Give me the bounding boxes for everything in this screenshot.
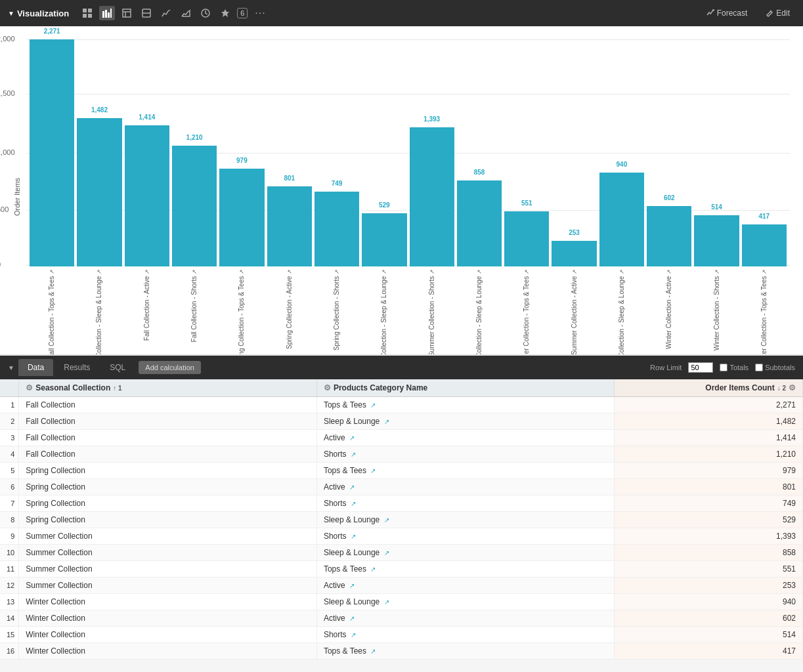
scatter-icon[interactable] (139, 6, 154, 20)
number-badge[interactable]: 6 (237, 8, 248, 18)
bar-group[interactable]: 858 (457, 39, 502, 266)
bar[interactable]: 417 (742, 224, 787, 266)
cell-category-name: Active ↗ (316, 430, 614, 446)
x-axis-label[interactable]: Fall Collection - Tops & Tees ↗ (48, 269, 56, 354)
bar[interactable]: 749 (315, 192, 359, 266)
bar-chart-icon[interactable] (99, 6, 115, 20)
clock-icon[interactable] (198, 6, 213, 20)
th-order-items[interactable]: Order Items Count ↓ 2 ⚙ (615, 379, 803, 397)
x-axis-label[interactable]: Fall Collection - Sleep & Lounge ↗ (95, 269, 103, 354)
table-row: 13Winter CollectionSleep & Lounge ↗940 (0, 594, 803, 610)
bar-value-label: 2,271 (44, 28, 60, 35)
x-axis-label[interactable]: Winter Collection - Shorts ↗ (713, 269, 721, 350)
bar-group[interactable]: 1,482 (77, 39, 121, 266)
gear-icon-seasonal[interactable]: ⚙ (26, 383, 33, 392)
x-axis-label[interactable]: Fall Collection - Active ↗ (143, 269, 151, 341)
x-axis-label[interactable]: Spring Collection - Tops & Tees ↗ (238, 269, 246, 354)
toolbar: ▼ Visualization 6 ··· (0, 0, 803, 26)
bar[interactable]: 1,393 (410, 127, 454, 266)
bar[interactable]: 1,414 (125, 125, 169, 266)
tab-results[interactable]: Results (54, 359, 99, 376)
add-calculation-button[interactable]: Add calculation (139, 361, 201, 374)
x-axis-label[interactable]: Summer Collection - Shorts ↗ (428, 269, 436, 354)
bar[interactable]: 858 (457, 180, 502, 266)
cell-seasonal-collection: Fall Collection (19, 430, 317, 446)
bar[interactable]: 1,210 (172, 146, 217, 266)
bar-group[interactable]: 529 (362, 39, 406, 266)
gear-icon-category[interactable]: ⚙ (324, 383, 331, 392)
bar[interactable]: 2,271 (30, 39, 74, 266)
cell-category-name: Shorts ↗ (316, 627, 614, 643)
x-axis-label[interactable]: Spring Collection - Active ↗ (286, 269, 293, 349)
tab-sql[interactable]: SQL (100, 359, 135, 376)
table-row: 6Spring CollectionActive ↗801 (0, 479, 803, 495)
cell-order-items-count: 602 (615, 610, 803, 627)
row-limit-label: Row Limit (650, 364, 682, 371)
x-axis-label[interactable]: Spring Collection - Shorts ↗ (333, 269, 341, 350)
bar[interactable]: 514 (694, 215, 739, 266)
row-number: 12 (0, 578, 19, 594)
data-panel: ▼ Data Results SQL Add calculation Row L… (0, 354, 803, 660)
bar[interactable]: 529 (362, 213, 406, 266)
cell-category-name: Active ↗ (316, 578, 614, 594)
bar[interactable]: 1,482 (77, 118, 121, 266)
row-number: 5 (0, 463, 19, 479)
grid-view-icon[interactable] (79, 6, 95, 20)
th-row-num (0, 379, 19, 397)
subtotals-checkbox[interactable] (755, 364, 763, 371)
row-number: 7 (0, 495, 19, 512)
bar-group[interactable]: 979 (219, 39, 264, 266)
cell-seasonal-collection: Summer Collection (19, 561, 317, 578)
bar[interactable]: 253 (552, 241, 596, 266)
th-category-name[interactable]: ⚙ Products Category Name (316, 379, 614, 397)
cell-category-name: Shorts ↗ (316, 495, 614, 512)
x-axis-label[interactable]: Winter Collection - Active ↗ (665, 269, 673, 349)
th-seasonal-collection[interactable]: ⚙ Seasonal Collection ↑ 1 (19, 379, 317, 397)
bar-group[interactable]: 749 (315, 39, 359, 266)
bar[interactable]: 940 (599, 173, 644, 266)
bar-group[interactable]: 253 (552, 39, 596, 266)
pin-icon[interactable] (217, 6, 233, 20)
tab-data[interactable]: Data (18, 359, 53, 376)
bar[interactable]: 801 (267, 186, 312, 266)
toolbar-right: Forecast Edit (701, 6, 795, 20)
table-icon[interactable] (119, 6, 135, 20)
row-limit-input[interactable] (688, 362, 713, 373)
line-chart-icon[interactable] (158, 6, 174, 20)
cell-category-name: Sleep & Lounge ↗ (316, 413, 614, 430)
edit-button[interactable]: Edit (760, 6, 795, 20)
bar-group[interactable]: 1,414 (125, 39, 169, 266)
bar-value-label: 551 (521, 200, 532, 207)
x-axis-label[interactable]: Summer Collection - Active ↗ (571, 269, 578, 354)
table-row: 7Spring CollectionShorts ↗749 (0, 495, 803, 512)
area-chart-icon[interactable] (178, 6, 194, 20)
x-axis-label[interactable]: Fall Collection - Shorts ↗ (190, 269, 198, 342)
bar-group[interactable]: 602 (647, 39, 691, 266)
cell-order-items-count: 1,482 (615, 413, 803, 430)
cell-seasonal-collection: Winter Collection (19, 610, 317, 627)
bar[interactable]: 551 (504, 211, 549, 266)
bar-group[interactable]: 940 (599, 39, 644, 266)
bar-group[interactable]: 2,271 (30, 39, 74, 266)
bar-group[interactable]: 417 (742, 39, 787, 266)
toolbar-title: ▼ Visualization (8, 9, 69, 18)
x-axis-label[interactable]: Summer Collection - Tops & Tees ↗ (523, 269, 531, 354)
more-options-icon[interactable]: ··· (251, 5, 269, 22)
x-axis-label[interactable]: Winter Collection - Sleep & Lounge ↗ (618, 269, 626, 354)
bar[interactable]: 602 (647, 206, 691, 266)
bar-group[interactable]: 1,393 (410, 39, 454, 266)
x-axis-label[interactable]: Spring Collection - Sleep & Lounge ↗ (380, 269, 388, 354)
bar-group[interactable]: 514 (694, 39, 739, 266)
bar-group[interactable]: 551 (504, 39, 549, 266)
bar[interactable]: 979 (219, 169, 264, 266)
x-axis-label[interactable]: Winter Collection - Tops & Tees ↗ (760, 269, 768, 354)
forecast-button[interactable]: Forecast (701, 6, 753, 20)
table-row: 4Fall CollectionShorts ↗1,210 (0, 446, 803, 463)
bar-group[interactable]: 801 (267, 39, 312, 266)
cell-seasonal-collection: Winter Collection (19, 627, 317, 643)
x-axis-label[interactable]: Summer Collection - Sleep & Lounge ↗ (475, 269, 483, 354)
totals-checkbox[interactable] (720, 364, 727, 371)
cell-category-name: Shorts ↗ (316, 446, 614, 463)
gear-icon-order-items[interactable]: ⚙ (789, 383, 796, 392)
bar-group[interactable]: 1,210 (172, 39, 217, 266)
